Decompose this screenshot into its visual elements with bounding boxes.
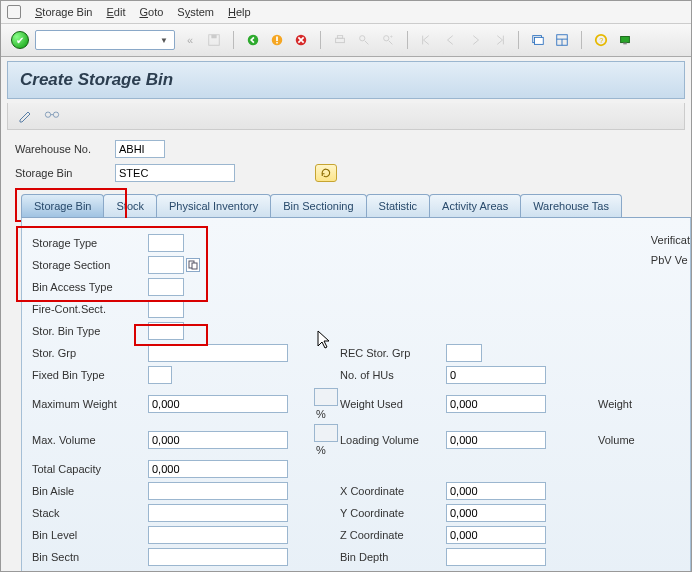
tabstrip-wrap: Storage Bin Stock Physical Inventory Bin… — [21, 194, 691, 572]
menu-help[interactable]: Help — [228, 6, 251, 18]
svg-line-11 — [389, 41, 393, 45]
weight-used-label: Weight Used — [340, 398, 440, 410]
f4help-icon[interactable] — [186, 258, 200, 272]
z-coord-field[interactable] — [446, 526, 546, 544]
tab-bin-sectioning[interactable]: Bin Sectioning — [270, 194, 366, 217]
cursor-icon — [316, 329, 332, 351]
svg-point-2 — [248, 35, 259, 46]
process-button[interactable] — [315, 164, 337, 182]
svg-rect-22 — [621, 37, 630, 43]
prev-page-icon — [442, 31, 460, 49]
header-fields: Warehouse No. Storage Bin — [1, 130, 691, 188]
svg-rect-16 — [535, 37, 544, 44]
stack-field[interactable] — [148, 504, 288, 522]
max-volume-label: Max. Volume — [32, 434, 142, 446]
fixed-bin-type-field[interactable] — [148, 366, 172, 384]
y-coord-field[interactable] — [446, 504, 546, 522]
maximum-weight-label: Maximum Weight — [32, 398, 142, 410]
cancel-icon[interactable] — [292, 31, 310, 49]
weight-used-field[interactable] — [446, 395, 546, 413]
last-page-icon — [490, 31, 508, 49]
svg-point-10 — [384, 36, 389, 41]
tab-statistic[interactable]: Statistic — [366, 194, 431, 217]
bin-level-label: Bin Level — [32, 529, 142, 541]
z-coord-label: Z Coordinate — [340, 529, 440, 541]
back-icon[interactable] — [244, 31, 262, 49]
rec-stor-grp-field[interactable] — [446, 344, 482, 362]
help-icon[interactable]: ? — [592, 31, 610, 49]
svg-point-4 — [276, 42, 278, 44]
exit-icon[interactable] — [268, 31, 286, 49]
menu-goto[interactable]: Goto — [139, 6, 163, 18]
main-toolbar: ✔ ▼ « + ? — [1, 24, 691, 57]
command-field[interactable]: ▼ — [35, 30, 175, 50]
svg-text:?: ? — [599, 37, 603, 44]
bin-sectn-field[interactable] — [148, 548, 288, 566]
total-capacity-field[interactable] — [148, 460, 288, 478]
bin-aisle-label: Bin Aisle — [32, 485, 142, 497]
next-page-icon — [466, 31, 484, 49]
tab-body: Verificat PbV Ve Storage Type Storage Se… — [21, 218, 691, 572]
fixed-bin-type-label: Fixed Bin Type — [32, 369, 142, 381]
system-menu-icon[interactable] — [7, 5, 21, 19]
stor-bin-type-field[interactable] — [148, 322, 184, 340]
menu-edit[interactable]: Edit — [107, 6, 126, 18]
new-session-icon[interactable] — [529, 31, 547, 49]
menu-system[interactable]: System — [177, 6, 214, 18]
find-icon — [355, 31, 373, 49]
layout-icon[interactable] — [553, 31, 571, 49]
tab-activity-areas[interactable]: Activity Areas — [429, 194, 521, 217]
page-title: Create Storage Bin — [7, 61, 685, 99]
bin-sectn-label: Bin Sectn — [32, 551, 142, 563]
volume-right-label: Volume — [598, 434, 678, 446]
svg-rect-6 — [336, 38, 345, 42]
x-coord-field[interactable] — [446, 482, 546, 500]
maximum-weight-field[interactable] — [148, 395, 288, 413]
bin-access-type-label: Bin Access Type — [32, 281, 142, 293]
customize-icon[interactable] — [616, 31, 634, 49]
tab-storage-bin[interactable]: Storage Bin — [21, 194, 104, 217]
rec-stor-grp-label: REC Stor. Grp — [340, 347, 440, 359]
first-page-icon — [418, 31, 436, 49]
storage-type-field[interactable] — [148, 234, 184, 252]
stack-label: Stack — [32, 507, 142, 519]
tab-physical-inventory[interactable]: Physical Inventory — [156, 194, 271, 217]
svg-rect-7 — [337, 36, 342, 39]
right-cut-labels: Verificat PbV Ve — [651, 234, 690, 266]
svg-rect-28 — [192, 263, 197, 269]
unit-box[interactable] — [314, 388, 338, 406]
loading-volume-field[interactable] — [446, 431, 546, 449]
pbv-ver-label: PbV Ve — [651, 254, 690, 266]
svg-line-9 — [365, 41, 369, 45]
tab-stock[interactable]: Stock — [103, 194, 157, 217]
menu-storage-bin[interactable]: Storage Bin — [35, 6, 93, 18]
menubar: Storage Bin Edit Goto System Help — [1, 1, 691, 24]
save-icon[interactable] — [205, 31, 223, 49]
warehouse-no-label: Warehouse No. — [15, 143, 115, 155]
bin-aisle-field[interactable] — [148, 482, 288, 500]
bin-depth-field[interactable] — [446, 548, 546, 566]
stor-grp-field[interactable] — [148, 344, 288, 362]
no-of-hus-field[interactable] — [446, 366, 546, 384]
glasses-icon[interactable] — [44, 108, 60, 124]
fire-cont-sect-label: Fire-Cont.Sect. — [32, 303, 142, 315]
ok-icon[interactable]: ✔ — [11, 31, 29, 49]
svg-rect-1 — [211, 35, 216, 39]
max-volume-field[interactable] — [148, 431, 288, 449]
chevron-down-icon[interactable]: ▼ — [157, 33, 171, 47]
bin-access-type-field[interactable] — [148, 278, 184, 296]
tab-warehouse-tasks[interactable]: Warehouse Tas — [520, 194, 622, 217]
unit-box-2[interactable] — [314, 424, 338, 442]
storage-bin-field[interactable] — [115, 164, 235, 182]
storage-section-field[interactable] — [148, 256, 184, 274]
warehouse-no-field[interactable] — [115, 140, 165, 158]
y-coord-label: Y Coordinate — [340, 507, 440, 519]
svg-point-25 — [53, 112, 58, 117]
svg-point-24 — [45, 112, 50, 117]
find-next-icon: + — [379, 31, 397, 49]
bin-level-field[interactable] — [148, 526, 288, 544]
fire-cont-sect-field[interactable] — [148, 300, 184, 318]
bin-depth-label: Bin Depth — [340, 551, 440, 563]
edit-icon[interactable] — [18, 108, 34, 124]
storage-type-label: Storage Type — [32, 237, 142, 249]
